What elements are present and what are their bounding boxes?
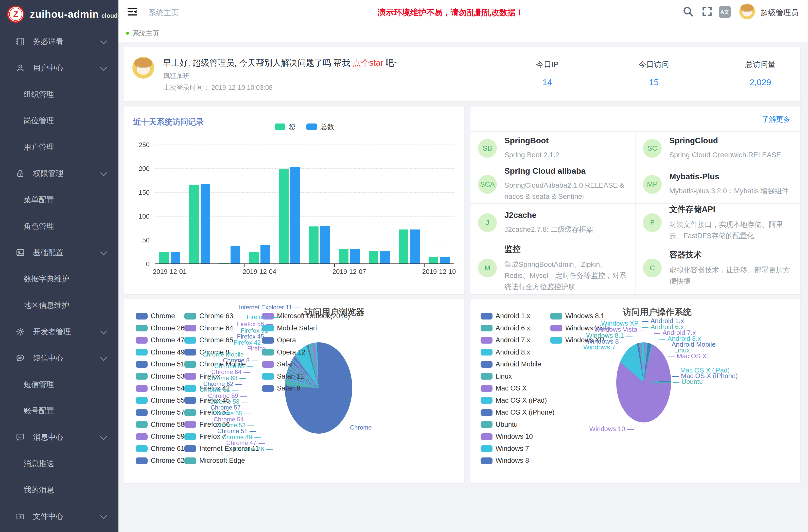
legend-item-总数[interactable]: 总数 bbox=[306, 122, 334, 131]
legend-item-Android 8.x[interactable]: Android 8.x bbox=[481, 348, 530, 356]
tech-card-1[interactable]: SCSpringCloudSpring Cloud Greenwich.RELE… bbox=[635, 131, 801, 165]
collapse-sidebar-icon[interactable] bbox=[127, 6, 138, 17]
legend-label: Chrome 51 bbox=[151, 360, 185, 368]
legend-item-Chrome 58[interactable]: Chrome 58 bbox=[136, 421, 185, 428]
tech-card-3[interactable]: MPMybatis-PlusMybatis-plus 3.2.0：Mybatis… bbox=[635, 165, 801, 203]
bar-您-2019-12-02 bbox=[189, 185, 199, 264]
sidebar-item-5[interactable]: 权限管理 bbox=[0, 160, 118, 187]
fullscreen-icon[interactable] bbox=[701, 5, 713, 17]
chevron-down-icon bbox=[100, 249, 107, 255]
legend-item-Windows 8[interactable]: Windows 8 bbox=[481, 457, 529, 464]
breadcrumb[interactable]: 系统主页 bbox=[148, 7, 179, 18]
tech-card-7[interactable]: C容器技术虚拟化容器技术，让迁移、部署更加方便快捷 bbox=[635, 242, 801, 294]
tech-card-5[interactable]: F文件存储API封装文件接口，实现本地存储、阿里云、FastDFS存储的配置化 bbox=[635, 203, 801, 242]
sidebar-item-label: 账号配置 bbox=[23, 406, 54, 416]
legend-item-Chrome 26[interactable]: Chrome 26 bbox=[136, 324, 185, 332]
legend-swatch bbox=[275, 124, 285, 130]
legend-item-Chrome 47[interactable]: Chrome 47 bbox=[136, 336, 185, 344]
language-icon[interactable]: A文 bbox=[719, 6, 731, 18]
tech-card-0[interactable]: SBSpringBootSpring Boot 2.1.2 bbox=[471, 131, 635, 165]
legend-item-Chrome 61[interactable]: Chrome 61 bbox=[136, 445, 185, 453]
legend-item-Chrome 54[interactable]: Chrome 54 bbox=[136, 384, 185, 392]
sidebar-item-7[interactable]: 角色管理 bbox=[0, 213, 118, 239]
legend-item-Windows 8.1[interactable]: Windows 8.1 bbox=[550, 312, 605, 320]
sidebar-item-label: 基础配置 bbox=[33, 247, 63, 258]
current-user-name[interactable]: 超级管理员 bbox=[760, 7, 798, 18]
sidebar-item-0[interactable]: 务必详看 bbox=[0, 29, 118, 55]
tech-card-2[interactable]: SCASpring Cloud alibabaSpringCloudAlibab… bbox=[471, 165, 635, 203]
tab-home[interactable]: 系统主页 bbox=[118, 24, 161, 42]
search-icon[interactable] bbox=[682, 5, 694, 17]
legend-item-Safari[interactable]: Safari bbox=[262, 360, 295, 368]
tech-card-badge: F bbox=[643, 213, 662, 232]
sidebar-item-10[interactable]: 地区信息维护 bbox=[0, 292, 118, 318]
bar-总数-2019-12-10 bbox=[440, 257, 449, 264]
sidebar-item-12[interactable]: 短信中心 bbox=[0, 345, 118, 371]
legend-item-Chrome 63[interactable]: Chrome 63 bbox=[184, 312, 233, 320]
app-logo[interactable]: Z zuihou-admincloud bbox=[0, 0, 118, 23]
sidebar-item-17[interactable]: 我的消息 bbox=[0, 477, 118, 503]
tech-card-6[interactable]: M监控集成SpringBootAdmin、Zipkin、Redis、Mysql、… bbox=[471, 242, 635, 294]
legend-item-Mac OS X[interactable]: Mac OS X bbox=[481, 384, 527, 392]
legend-item-Android 6.x[interactable]: Android 6.x bbox=[481, 324, 530, 332]
legend-item-Safari 9[interactable]: Safari 9 bbox=[262, 384, 300, 392]
legend-item-Chrome 59[interactable]: Chrome 59 bbox=[136, 433, 185, 440]
sidebar-item-4[interactable]: 用户管理 bbox=[0, 134, 118, 160]
legend-swatch bbox=[184, 445, 196, 452]
legend-item-Chrome 53[interactable]: Chrome 53 bbox=[136, 372, 185, 380]
legend-item-Chrome[interactable]: Chrome bbox=[136, 312, 175, 320]
legend-label: Mobile Safari bbox=[277, 324, 317, 332]
sidebar-item-6[interactable]: 菜单配置 bbox=[0, 187, 118, 213]
legend-label: Ubuntu bbox=[496, 421, 518, 428]
legend-item-Android 1.x[interactable]: Android 1.x bbox=[481, 312, 530, 320]
tech-card-4[interactable]: JJ2cacheJ2cache2.7.8: 二级缓存框架 bbox=[471, 203, 635, 242]
legend-swatch bbox=[184, 373, 196, 380]
legend-item-Ubuntu[interactable]: Ubuntu bbox=[481, 421, 518, 428]
legend-item-Windows 10[interactable]: Windows 10 bbox=[481, 433, 533, 440]
legend-swatch bbox=[481, 313, 493, 319]
legend-item-Microsoft Edge[interactable]: Microsoft Edge bbox=[184, 457, 245, 464]
legend-label: Chrome 63 bbox=[199, 312, 233, 320]
sidebar-item-3[interactable]: 岗位管理 bbox=[0, 108, 118, 134]
bar-您-2019-12-08 bbox=[369, 251, 379, 264]
legend-swatch bbox=[184, 337, 196, 344]
legend-item-Chrome 65[interactable]: Chrome 65 bbox=[184, 336, 233, 344]
legend-item-Chrome 64[interactable]: Chrome 64 bbox=[184, 324, 233, 332]
sidebar-item-16[interactable]: 消息推送 bbox=[0, 450, 118, 477]
sidebar-item-18[interactable]: 文件中心 bbox=[0, 503, 118, 530]
legend-item-Mac OS X (iPad)[interactable]: Mac OS X (iPad) bbox=[481, 397, 547, 404]
sidebar-item-label: 短信管理 bbox=[23, 379, 54, 390]
sidebar-item-9[interactable]: 数据字典维护 bbox=[0, 266, 118, 292]
sidebar-item-11[interactable]: 开发者管理 bbox=[0, 318, 118, 345]
os-pie bbox=[616, 342, 671, 422]
sidebar-item-2[interactable]: 组织管理 bbox=[0, 81, 118, 108]
chevron-down-icon bbox=[100, 169, 107, 176]
tech-card-badge: MP bbox=[643, 175, 662, 194]
legend-item-您[interactable]: 您 bbox=[275, 122, 296, 131]
sidebar-item-label: 地区信息维护 bbox=[23, 300, 69, 311]
legend-item-Mac OS X (iPhone)[interactable]: Mac OS X (iPhone) bbox=[481, 408, 555, 416]
legend-item-Chrome 49[interactable]: Chrome 49 bbox=[136, 348, 185, 356]
sidebar-item-15[interactable]: 消息中心 bbox=[0, 424, 118, 450]
legend-item-Android 7.x[interactable]: Android 7.x bbox=[481, 336, 530, 344]
star-link[interactable]: 点个star bbox=[352, 58, 383, 68]
legend-item-Windows 7[interactable]: Windows 7 bbox=[481, 445, 529, 453]
sidebar-item-8[interactable]: 基础配置 bbox=[0, 239, 118, 266]
legend-item-Chrome 55[interactable]: Chrome 55 bbox=[136, 397, 185, 404]
pie-label-Internet Explorer 11: Internet Explorer 11 bbox=[239, 304, 300, 311]
legend-item-Linux[interactable]: Linux bbox=[481, 372, 512, 380]
bar-总数-2019-12-04 bbox=[260, 245, 270, 264]
learn-more-link[interactable]: 了解更多 bbox=[762, 115, 790, 124]
sidebar-item-13[interactable]: 短信管理 bbox=[0, 371, 118, 398]
y-axis-label: 100 bbox=[129, 213, 150, 220]
legend-item-Safari 11[interactable]: Safari 11 bbox=[262, 372, 304, 380]
legend-item-Chrome 62[interactable]: Chrome 62 bbox=[136, 457, 185, 464]
user-avatar[interactable] bbox=[739, 3, 755, 19]
chevron-down-icon bbox=[100, 64, 107, 71]
legend-item-Chrome 51[interactable]: Chrome 51 bbox=[136, 360, 185, 368]
legend-item-Android Mobile[interactable]: Android Mobile bbox=[481, 360, 541, 368]
sidebar-item-14[interactable]: 账号配置 bbox=[0, 398, 118, 424]
tech-card-title: SpringCloud bbox=[669, 136, 781, 145]
sidebar-item-1[interactable]: 用户中心 bbox=[0, 55, 118, 81]
legend-item-Chrome 57[interactable]: Chrome 57 bbox=[136, 408, 185, 416]
